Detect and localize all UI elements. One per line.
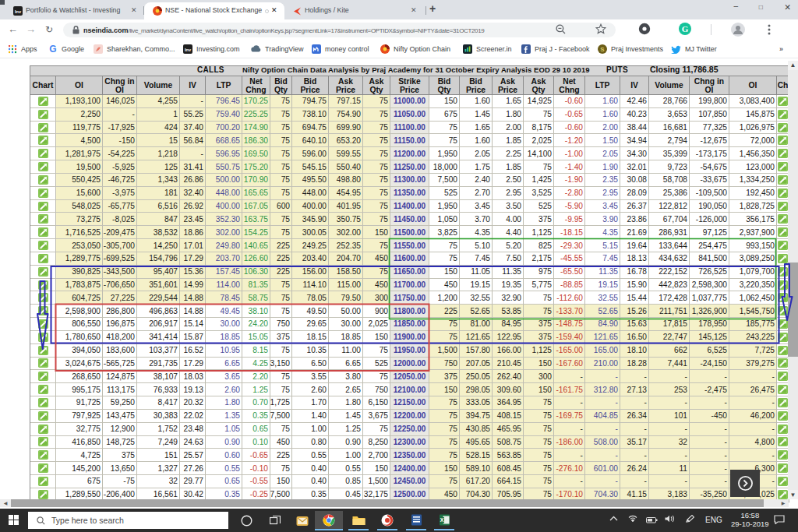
svg-text:X: X: [440, 517, 443, 523]
